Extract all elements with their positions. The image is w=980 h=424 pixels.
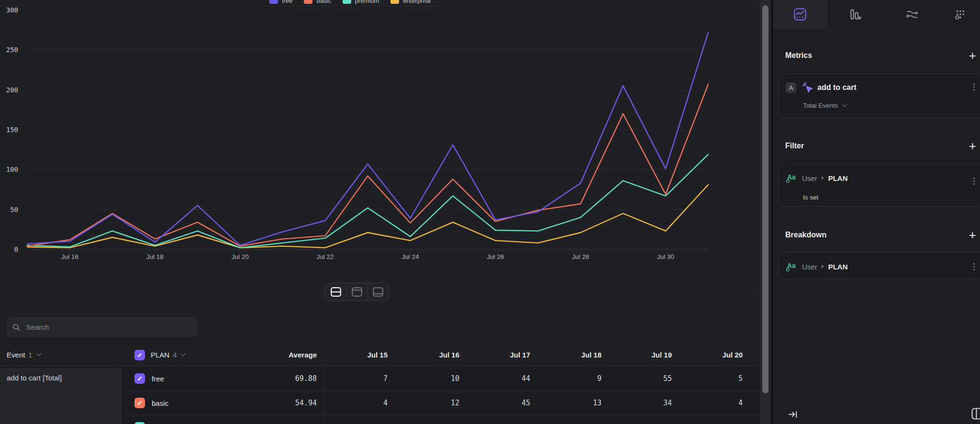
query-builder-panel: Metrics + A add to cart Total Events Fil… [773, 0, 980, 424]
divider [883, 0, 884, 29]
add-breakdown-button[interactable]: + [969, 229, 976, 241]
plan-header-label: PLAN [151, 351, 169, 359]
x-axis-label: Jul 20 [232, 253, 249, 260]
measure-dropdown[interactable]: Total Events [803, 102, 846, 109]
x-axis-label: Jul 22 [317, 253, 334, 260]
line-chart-icon [794, 8, 806, 21]
series-line-basic [27, 84, 708, 246]
plan-count: 4 [173, 351, 177, 359]
divider [941, 0, 941, 29]
divider [827, 29, 980, 29]
add-metric-button[interactable]: + [969, 49, 976, 62]
cell-value: 23 [478, 415, 530, 424]
y-axis-label: 300 [6, 6, 18, 14]
event-header-label: Event [7, 351, 25, 359]
breakdown-card[interactable]: Aa User PLAN [778, 252, 980, 279]
metric-card[interactable]: A add to cart Total Events [778, 74, 980, 118]
date-column-header[interactable]: Jul 19 [619, 344, 672, 366]
y-axis-label: 50 [10, 206, 18, 213]
breakdown-options-menu[interactable] [973, 263, 975, 270]
date-column-header[interactable]: Jul 17 [478, 344, 530, 366]
line-chart: 050100150200250300Jul 16Jul 18Jul 20Jul … [0, 0, 760, 268]
date-header-label: Jul 16 [439, 351, 459, 359]
tab-funnels[interactable] [827, 0, 883, 29]
average-column-header[interactable]: Average [289, 344, 317, 366]
event-row-cell[interactable]: add to cart [Total] [0, 368, 122, 424]
measure-label: Total Events [803, 102, 838, 109]
date-column-header[interactable]: Jul 15 [335, 344, 388, 366]
collapse-panel-icon[interactable] [788, 409, 798, 420]
flows-icon [906, 8, 918, 21]
search-icon [12, 323, 21, 332]
date-column-header[interactable]: Jul 18 [549, 344, 601, 366]
cell-value: 9 [549, 367, 601, 391]
layout-chart-only-button[interactable] [346, 283, 367, 301]
bar-chart-icon [849, 8, 861, 21]
row-checkbox[interactable] [134, 398, 145, 408]
date-header-label: Jul 17 [510, 351, 530, 359]
cell-value: 55 [619, 367, 672, 391]
plan-column-header: PLAN 4 [134, 344, 185, 366]
average-value: 33.00 [295, 415, 317, 424]
filter-options-menu[interactable] [973, 178, 975, 185]
row-checkbox[interactable] [134, 422, 145, 424]
filter-condition[interactable]: Is set [803, 194, 818, 201]
search-input[interactable] [25, 323, 192, 332]
date-column-header[interactable]: Jul 20 [690, 344, 743, 366]
tab-retention[interactable] [941, 0, 980, 29]
cell-value: 7 [335, 367, 388, 391]
metric-letter-badge: A [786, 82, 796, 93]
cell-value: 4 [335, 391, 388, 415]
x-axis-label: Jul 18 [146, 253, 164, 260]
tab-insights[interactable] [773, 0, 827, 29]
date-header-label: Jul 20 [722, 351, 743, 359]
divider [773, 402, 980, 402]
x-axis-label: Jul 16 [61, 253, 78, 260]
property-entity: User [802, 263, 817, 271]
x-axis-label: Jul 26 [487, 253, 504, 260]
filter-card[interactable]: Aa User PLAN Is set [778, 164, 980, 207]
event-column-header[interactable]: Event 1 [7, 344, 41, 366]
search-box [7, 317, 198, 337]
cell-value: 3 [407, 415, 459, 424]
chevron-down-icon [842, 101, 847, 107]
layout-table-only-button[interactable] [368, 283, 389, 301]
average-value: 69.88 [295, 367, 317, 391]
breakdown-heading: Breakdown [785, 231, 826, 239]
breadcrumb-arrow-icon [822, 176, 824, 180]
series-line-enterprise [27, 185, 708, 248]
cell-value: 5 [690, 367, 743, 391]
x-axis-label: Jul 30 [657, 253, 674, 260]
table-header: Event 1 PLAN 4 Average Jul 15 Jul 16 Jul… [0, 344, 760, 366]
cell-value: 44 [478, 367, 530, 391]
layout-split-button[interactable] [325, 283, 346, 301]
bottom-pane-icon [372, 287, 384, 297]
event-row-label: add to cart [Total] [7, 374, 62, 382]
add-filter-button[interactable]: + [969, 140, 976, 152]
date-column-header[interactable]: Jul 16 [407, 344, 459, 366]
y-axis-label: 100 [6, 166, 18, 173]
series-line-premium [27, 155, 708, 248]
dots-grid-icon [954, 8, 967, 21]
cell-value: 12 [407, 391, 459, 415]
row-label: basic [152, 391, 168, 415]
cell-value: 13 [549, 391, 601, 415]
metric-event-name: add to cart [817, 83, 857, 92]
cell-value: 5 [549, 415, 601, 424]
row-checkbox[interactable] [134, 373, 145, 384]
date-header-label: Jul 19 [651, 351, 672, 359]
cell-value: 5 [335, 415, 388, 424]
row-label: free [152, 367, 164, 391]
tab-flows[interactable] [883, 0, 941, 29]
scrollbar-thumb[interactable] [762, 5, 768, 393]
string-property-icon: Aa [786, 261, 798, 272]
main-report-area: free basic premium enterprise 0501001502… [0, 0, 760, 424]
sidebar-layout-icon[interactable] [971, 408, 980, 420]
metric-options-menu[interactable] [973, 83, 975, 90]
cell-value: 10 [407, 367, 459, 391]
split-pane-icon [330, 287, 342, 297]
plan-select-all-checkbox[interactable] [134, 350, 145, 360]
cell-value: 2 [690, 415, 743, 424]
y-axis-label: 200 [6, 86, 18, 94]
analytics-app: { "chart_data": { "type": "line", "title… [0, 0, 980, 424]
